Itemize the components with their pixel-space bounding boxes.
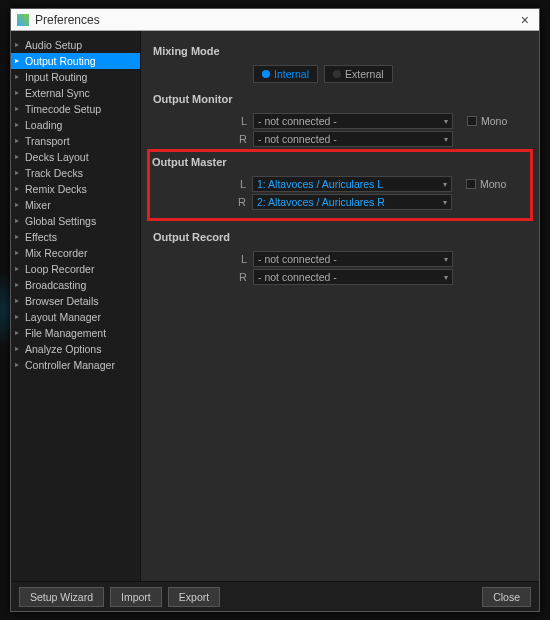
sidebar-item-track-decks[interactable]: Track Decks [11, 165, 140, 181]
mixing-mode-title: Mixing Mode [153, 45, 527, 57]
sidebar-item-loop-recorder[interactable]: Loop Recorder [11, 261, 140, 277]
channel-label-r: R [232, 196, 246, 208]
output-master-l-row: L 1: Altavoces / Auriculares L ▾ Mono [232, 176, 528, 192]
sidebar-item-transport[interactable]: Transport [11, 133, 140, 149]
output-master-r-row: R 2: Altavoces / Auriculares R ▾ [232, 194, 528, 210]
channel-label-l: L [233, 115, 247, 127]
sidebar-item-layout-manager[interactable]: Layout Manager [11, 309, 140, 325]
output-record-r-dropdown[interactable]: - not connected - ▾ [253, 269, 453, 285]
output-master-highlight: Output Master L 1: Altavoces / Auricular… [147, 149, 533, 221]
titlebar: Preferences × [11, 9, 539, 31]
channel-label-r: R [233, 271, 247, 283]
sidebar-item-audio-setup[interactable]: Audio Setup [11, 37, 140, 53]
sidebar-item-decks-layout[interactable]: Decks Layout [11, 149, 140, 165]
preferences-window: Preferences × Audio SetupOutput RoutingI… [10, 8, 540, 612]
chevron-down-icon: ▾ [443, 180, 447, 189]
checkbox-icon [467, 116, 477, 126]
export-button[interactable]: Export [168, 587, 220, 607]
sidebar-item-effects[interactable]: Effects [11, 229, 140, 245]
output-monitor-l-row: L - not connected - ▾ Mono [233, 113, 527, 129]
sidebar-item-analyze-options[interactable]: Analyze Options [11, 341, 140, 357]
mixing-mode-external[interactable]: External [324, 65, 393, 83]
close-button[interactable]: Close [482, 587, 531, 607]
radio-dot-icon [262, 70, 270, 78]
output-record-l-dropdown[interactable]: - not connected - ▾ [253, 251, 453, 267]
channel-label-r: R [233, 133, 247, 145]
output-monitor-title: Output Monitor [153, 93, 527, 105]
output-master-l-dropdown[interactable]: 1: Altavoces / Auriculares L ▾ [252, 176, 452, 192]
output-monitor-r-row: R - not connected - ▾ [233, 131, 527, 147]
chevron-down-icon: ▾ [443, 198, 447, 207]
sidebar-item-file-management[interactable]: File Management [11, 325, 140, 341]
footer: Setup Wizard Import Export Close [11, 581, 539, 611]
sidebar: Audio SetupOutput RoutingInput RoutingEx… [11, 31, 141, 581]
sidebar-item-mix-recorder[interactable]: Mix Recorder [11, 245, 140, 261]
output-record-l-row: L - not connected - ▾ [233, 251, 527, 267]
output-monitor-l-dropdown[interactable]: - not connected - ▾ [253, 113, 453, 129]
output-record-r-row: R - not connected - ▾ [233, 269, 527, 285]
sidebar-item-controller-manager[interactable]: Controller Manager [11, 357, 140, 373]
output-master-mono[interactable]: Mono [466, 178, 506, 190]
output-record-title: Output Record [153, 231, 527, 243]
chevron-down-icon: ▾ [444, 117, 448, 126]
content-pane: Mixing Mode InternalExternal Output Moni… [141, 31, 539, 581]
sidebar-item-mixer[interactable]: Mixer [11, 197, 140, 213]
sidebar-item-input-routing[interactable]: Input Routing [11, 69, 140, 85]
mixing-mode-row: InternalExternal [253, 65, 527, 83]
sidebar-item-loading[interactable]: Loading [11, 117, 140, 133]
close-icon[interactable]: × [517, 12, 533, 28]
output-master-title: Output Master [152, 156, 528, 168]
sidebar-item-output-routing[interactable]: Output Routing [11, 53, 140, 69]
sidebar-item-global-settings[interactable]: Global Settings [11, 213, 140, 229]
output-master-r-dropdown[interactable]: 2: Altavoces / Auriculares R ▾ [252, 194, 452, 210]
sidebar-item-timecode-setup[interactable]: Timecode Setup [11, 101, 140, 117]
setup-wizard-button[interactable]: Setup Wizard [19, 587, 104, 607]
mixing-mode-internal[interactable]: Internal [253, 65, 318, 83]
sidebar-item-remix-decks[interactable]: Remix Decks [11, 181, 140, 197]
import-button[interactable]: Import [110, 587, 162, 607]
app-icon [17, 14, 29, 26]
channel-label-l: L [232, 178, 246, 190]
output-monitor-mono[interactable]: Mono [467, 115, 507, 127]
chevron-down-icon: ▾ [444, 255, 448, 264]
output-monitor-r-dropdown[interactable]: - not connected - ▾ [253, 131, 453, 147]
window-title: Preferences [35, 13, 100, 27]
chevron-down-icon: ▾ [444, 273, 448, 282]
radio-dot-icon [333, 70, 341, 78]
sidebar-item-external-sync[interactable]: External Sync [11, 85, 140, 101]
sidebar-item-broadcasting[interactable]: Broadcasting [11, 277, 140, 293]
checkbox-icon [466, 179, 476, 189]
channel-label-l: L [233, 253, 247, 265]
sidebar-item-browser-details[interactable]: Browser Details [11, 293, 140, 309]
chevron-down-icon: ▾ [444, 135, 448, 144]
